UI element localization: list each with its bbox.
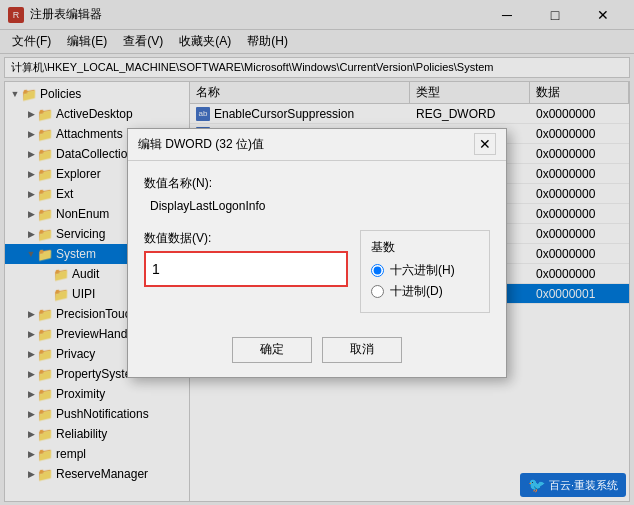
name-value: DisplayLastLogonInfo (144, 196, 490, 216)
edit-dword-dialog: 编辑 DWORD (32 位)值 ✕ 数值名称(N): DisplayLastL… (127, 128, 507, 378)
radio-hex-input[interactable] (371, 264, 384, 277)
radio-dec-input[interactable] (371, 285, 384, 298)
radio-dec-label: 十进制(D) (390, 283, 443, 300)
name-label: 数值名称(N): (144, 175, 490, 192)
radio-hex-label: 十六进制(H) (390, 262, 455, 279)
radio-hex-option[interactable]: 十六进制(H) (371, 262, 479, 279)
dialog-main-row: 数值数据(V): 基数 十六进制(H) 十进制(D) (144, 230, 490, 313)
dialog-overlay: 编辑 DWORD (32 位)值 ✕ 数值名称(N): DisplayLastL… (0, 0, 634, 505)
value-label: 数值数据(V): (144, 230, 348, 247)
dialog-left-section: 数值数据(V): (144, 230, 348, 287)
dialog-title: 编辑 DWORD (32 位)值 (138, 136, 264, 153)
dialog-body: 数值名称(N): DisplayLastLogonInfo 数值数据(V): 基… (128, 161, 506, 327)
dialog-buttons: 确定 取消 (128, 327, 506, 377)
dialog-right-section: 基数 十六进制(H) 十进制(D) (360, 230, 490, 313)
dialog-title-bar: 编辑 DWORD (32 位)值 ✕ (128, 129, 506, 161)
value-input[interactable] (144, 251, 348, 287)
dialog-close-button[interactable]: ✕ (474, 133, 496, 155)
watermark-text: 百云·重装系统 (549, 478, 618, 493)
cancel-button[interactable]: 取消 (322, 337, 402, 363)
radio-dec-option[interactable]: 十进制(D) (371, 283, 479, 300)
base-radio-group: 基数 十六进制(H) 十进制(D) (360, 230, 490, 313)
base-label: 基数 (371, 239, 479, 256)
ok-button[interactable]: 确定 (232, 337, 312, 363)
watermark: 🐦 百云·重装系统 (520, 473, 626, 497)
watermark-bird-icon: 🐦 (528, 477, 545, 493)
